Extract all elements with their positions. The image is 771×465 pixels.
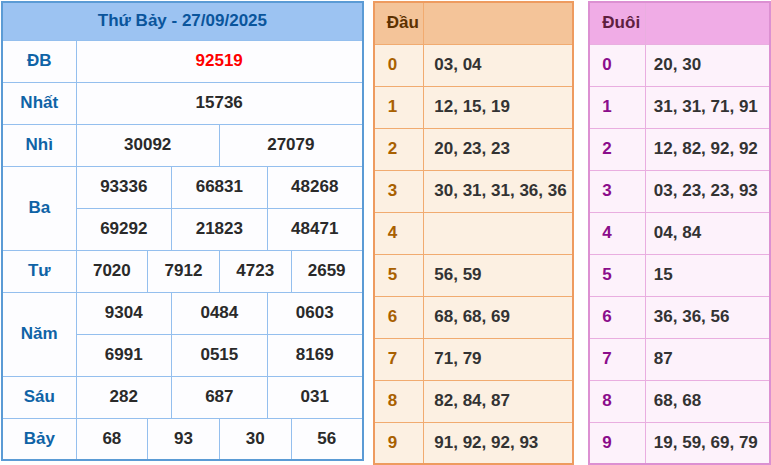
prize-value: 6991 (76, 334, 172, 376)
prize-label-ba: Ba (2, 166, 76, 250)
prize-label-nam: Năm (2, 292, 76, 376)
prize-value: 8169 (267, 334, 363, 376)
prize-value: 0603 (267, 292, 363, 334)
prize-value: 9304 (76, 292, 172, 334)
dau-row: 330, 31, 31, 36, 36 (374, 170, 574, 212)
duoi-values: 68, 68 (645, 380, 770, 422)
dau-header-spacer (424, 2, 574, 44)
duoi-header-row: Đuôi (589, 2, 770, 44)
prize-row-db: ĐB 92519 (2, 40, 363, 82)
dau-row: 991, 92, 92, 93 (374, 422, 574, 464)
duoi-row: 787 (589, 338, 770, 380)
dau-values: 12, 15, 19 (424, 86, 574, 128)
dau-row: 112, 15, 19 (374, 86, 574, 128)
dau-row: 4 (374, 212, 574, 254)
dau-table: Đầu 003, 04 112, 15, 19 220, 23, 23 330,… (373, 1, 575, 465)
prize-value: 15736 (76, 82, 363, 124)
prize-row-tu: Tư 7020 7912 4723 2659 (2, 250, 363, 292)
prize-label-tu: Tư (2, 250, 76, 292)
dau-digit: 3 (374, 170, 424, 212)
results-title: Thứ Bảy - 27/09/2025 (2, 2, 363, 40)
duoi-header-spacer (645, 2, 770, 44)
prize-row-bay: Bảy 68 93 30 56 (2, 418, 363, 460)
duoi-row: 919, 59, 69, 79 (589, 422, 770, 464)
prize-value: 0515 (172, 334, 268, 376)
duoi-digit: 4 (589, 212, 645, 254)
dau-digit: 1 (374, 86, 424, 128)
prize-value: 68 (76, 418, 148, 460)
prize-value: 21823 (172, 208, 268, 250)
prize-label-sau: Sáu (2, 376, 76, 418)
dau-digit: 0 (374, 44, 424, 86)
duoi-digit: 2 (589, 128, 645, 170)
prize-value: 0484 (172, 292, 268, 334)
prize-value: 30 (219, 418, 291, 460)
prize-value: 69292 (76, 208, 172, 250)
dau-values: 03, 04 (424, 44, 574, 86)
prize-value-db: 92519 (76, 40, 363, 82)
prize-value: 48268 (267, 166, 363, 208)
duoi-row: 212, 82, 92, 92 (589, 128, 770, 170)
dau-row: 668, 68, 69 (374, 296, 574, 338)
dau-digit: 4 (374, 212, 424, 254)
dau-header: Đầu (374, 2, 424, 44)
dau-digit: 5 (374, 254, 424, 296)
dau-digit: 8 (374, 380, 424, 422)
duoi-digit: 8 (589, 380, 645, 422)
prize-row-nhat: Nhất 15736 (2, 82, 363, 124)
duoi-digit: 6 (589, 296, 645, 338)
prize-row-ba-1: Ba 93336 66831 48268 (2, 166, 363, 208)
duoi-row: 515 (589, 254, 770, 296)
prize-row-nhi: Nhì 30092 27079 (2, 124, 363, 166)
prize-value: 48471 (267, 208, 363, 250)
prize-label-bay: Bảy (2, 418, 76, 460)
prize-label-nhat: Nhất (2, 82, 76, 124)
duoi-values: 31, 31, 71, 91 (645, 86, 770, 128)
prize-value: 56 (291, 418, 363, 460)
lottery-results-page: Thứ Bảy - 27/09/2025 ĐB 92519 Nhất 15736… (0, 0, 771, 465)
duoi-row: 131, 31, 71, 91 (589, 86, 770, 128)
prize-value: 031 (267, 376, 363, 418)
dau-digit: 9 (374, 422, 424, 464)
dau-row: 556, 59 (374, 254, 574, 296)
duoi-values: 19, 59, 69, 79 (645, 422, 770, 464)
duoi-values: 36, 36, 56 (645, 296, 770, 338)
dau-row: 220, 23, 23 (374, 128, 574, 170)
prize-value: 66831 (172, 166, 268, 208)
prize-value: 30092 (76, 124, 219, 166)
duoi-row: 636, 36, 56 (589, 296, 770, 338)
dau-digit: 7 (374, 338, 424, 380)
prize-row-nam-1: Năm 9304 0484 0603 (2, 292, 363, 334)
duoi-row: 020, 30 (589, 44, 770, 86)
dau-digit: 2 (374, 128, 424, 170)
duoi-values: 04, 84 (645, 212, 770, 254)
duoi-row: 404, 84 (589, 212, 770, 254)
duoi-header: Đuôi (589, 2, 645, 44)
prize-value: 7912 (148, 250, 220, 292)
prize-value: 4723 (219, 250, 291, 292)
dau-values: 56, 59 (424, 254, 574, 296)
prize-row-sau: Sáu 282 687 031 (2, 376, 363, 418)
prize-value: 2659 (291, 250, 363, 292)
dau-values (424, 212, 574, 254)
prize-value: 7020 (76, 250, 148, 292)
duoi-digit: 3 (589, 170, 645, 212)
prize-label-nhi: Nhì (2, 124, 76, 166)
duoi-digit: 7 (589, 338, 645, 380)
duoi-values: 20, 30 (645, 44, 770, 86)
prize-value: 27079 (219, 124, 362, 166)
dau-values: 20, 23, 23 (424, 128, 574, 170)
duoi-digit: 0 (589, 44, 645, 86)
results-header-row: Thứ Bảy - 27/09/2025 (2, 2, 363, 40)
duoi-values: 87 (645, 338, 770, 380)
duoi-values: 15 (645, 254, 770, 296)
dau-values: 71, 79 (424, 338, 574, 380)
prize-value: 93336 (76, 166, 172, 208)
dau-row: 003, 04 (374, 44, 574, 86)
dau-header-row: Đầu (374, 2, 574, 44)
dau-digit: 6 (374, 296, 424, 338)
dau-row: 771, 79 (374, 338, 574, 380)
prize-value: 93 (148, 418, 220, 460)
prize-value: 687 (172, 376, 268, 418)
dau-values: 30, 31, 31, 36, 36 (424, 170, 574, 212)
